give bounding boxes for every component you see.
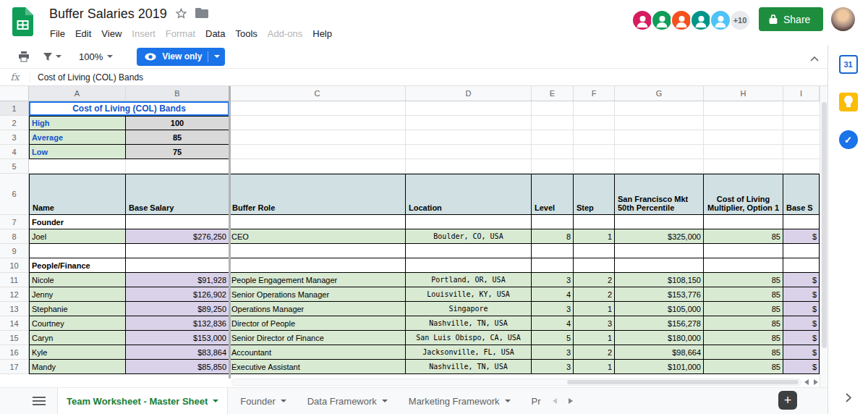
empty-cells[interactable]	[229, 159, 820, 174]
cell-section-label[interactable]: People/Finance	[29, 258, 126, 273]
cell-band-value[interactable]: 75	[126, 145, 229, 159]
cell-col-bands-title[interactable]: Cost of Living (COL) Bands	[29, 101, 229, 116]
star-icon[interactable]	[175, 7, 187, 22]
cell-band-value[interactable]: 100	[126, 116, 229, 130]
cell-name[interactable]: Courtney	[29, 316, 126, 331]
cell-location[interactable]: Nashville, TN, USA	[406, 360, 532, 374]
column-header-e[interactable]: E	[532, 86, 574, 101]
cell-empty[interactable]	[783, 244, 820, 258]
row-header[interactable]: 6	[0, 174, 29, 215]
row-header[interactable]: 7	[0, 215, 29, 229]
cell-role[interactable]: Accountant	[229, 345, 406, 360]
cell-base-salary[interactable]: $89,250	[126, 302, 229, 316]
cell-role[interactable]: Senior Director of Finance	[229, 331, 406, 345]
row-header[interactable]: 16	[0, 345, 29, 360]
cell-sf-percentile[interactable]: $180,000	[615, 331, 704, 345]
cell-empty[interactable]	[126, 215, 229, 229]
cell-empty[interactable]	[406, 244, 532, 258]
cell-name[interactable]: Caryn	[29, 331, 126, 345]
cell-empty[interactable]	[783, 258, 820, 273]
row-header[interactable]: 10	[0, 258, 29, 273]
menu-tools[interactable]: Tools	[230, 26, 262, 41]
frozen-columns-divider[interactable]	[229, 86, 231, 379]
cell-empty[interactable]	[574, 244, 615, 258]
cell-col-multiplier[interactable]: 85	[704, 302, 783, 316]
cell-location[interactable]: Portland, OR, USA	[406, 273, 532, 287]
cell-empty[interactable]	[704, 244, 783, 258]
empty-cells[interactable]	[229, 116, 820, 130]
formula-bar[interactable]: fx Cost of Living (COL) Bands	[0, 69, 827, 86]
sheet-tab[interactable]: Pr	[523, 388, 541, 414]
cell-empty[interactable]	[574, 258, 615, 273]
cell-location[interactable]: Nashville, TN, USA	[406, 316, 532, 331]
cell-col-multiplier[interactable]: 85	[704, 287, 783, 302]
cell-base-col[interactable]: $	[783, 331, 820, 345]
row-header[interactable]: 14	[0, 316, 29, 331]
scroll-left-icon[interactable]	[804, 379, 809, 385]
collaborator-avatar[interactable]	[631, 9, 653, 31]
cell-empty[interactable]	[532, 258, 574, 273]
collaborator-avatar[interactable]	[651, 9, 673, 31]
cell-base-col[interactable]: $	[783, 345, 820, 360]
cell-col-multiplier[interactable]: 85	[704, 273, 783, 287]
cell-empty[interactable]	[229, 215, 406, 229]
cell-band-label[interactable]: Low	[29, 145, 126, 159]
vertical-scrollbar[interactable]	[820, 86, 827, 387]
sheets-logo-icon[interactable]	[12, 7, 33, 38]
sheet-tab-active[interactable]: Team Worksheet - Master Sheet	[57, 388, 228, 414]
cell-band-value[interactable]: 85	[126, 130, 229, 145]
menu-edit[interactable]: Edit	[70, 26, 96, 41]
collaborator-avatar[interactable]	[671, 9, 692, 31]
cell-empty[interactable]	[229, 244, 406, 258]
row-header[interactable]: 9	[0, 244, 29, 258]
cell-empty[interactable]	[615, 215, 704, 229]
cell-step[interactable]: 3	[574, 316, 615, 331]
cell-role[interactable]: Senior Operations Manager	[229, 287, 406, 302]
horizontal-scrollbar[interactable]	[231, 379, 801, 386]
cell-base-salary[interactable]: $91,928	[126, 273, 229, 287]
cell-level[interactable]: 3	[532, 273, 574, 287]
cell-level[interactable]: 3	[532, 302, 574, 316]
cell-name[interactable]: Kyle	[29, 345, 126, 360]
cell-empty[interactable]	[704, 258, 783, 273]
tasks-icon[interactable]: ✓	[839, 130, 858, 149]
cell-level[interactable]: 4	[532, 316, 574, 331]
cell-level[interactable]: 5	[532, 331, 574, 345]
sheet-tab[interactable]: Founder	[231, 388, 294, 414]
cell-step[interactable]: 2	[574, 273, 615, 287]
cell-empty[interactable]	[126, 159, 229, 174]
chevron-down-icon[interactable]	[505, 400, 511, 402]
column-header-a[interactable]: A	[29, 86, 126, 101]
cell-base-col[interactable]: $	[783, 287, 820, 302]
cell-col-multiplier[interactable]: 85	[704, 316, 783, 331]
cell-role[interactable]: CEO	[229, 229, 406, 244]
cell-empty[interactable]	[406, 258, 532, 273]
view-only-button[interactable]: View only	[137, 48, 225, 66]
collapse-side-panel-button[interactable]	[846, 393, 851, 405]
menu-help[interactable]: Help	[307, 26, 337, 41]
header-location[interactable]: Location	[406, 174, 532, 215]
sheet-tab[interactable]: Marketing Framework	[400, 388, 519, 414]
cell-base-col[interactable]: $	[783, 273, 820, 287]
cell-level[interactable]: 3	[532, 360, 574, 374]
row-header[interactable]: 12	[0, 287, 29, 302]
empty-cells[interactable]	[229, 101, 820, 116]
cell-empty[interactable]	[532, 215, 574, 229]
empty-cells[interactable]	[229, 145, 820, 159]
scroll-tabs-right-icon[interactable]	[569, 398, 573, 404]
cell-sf-percentile[interactable]: $101,000	[615, 360, 704, 374]
cell-col-multiplier[interactable]: 85	[704, 345, 783, 360]
menu-data[interactable]: Data	[200, 26, 230, 41]
chevron-down-icon[interactable]	[213, 400, 218, 402]
menu-view[interactable]: View	[96, 26, 127, 41]
share-button[interactable]: Share	[759, 7, 823, 31]
presence-overflow-badge[interactable]: +10	[729, 9, 751, 31]
print-button[interactable]	[12, 48, 36, 65]
cell-empty[interactable]	[29, 159, 126, 174]
cell-band-label[interactable]: High	[29, 116, 126, 130]
row-header[interactable]: 2	[0, 116, 29, 130]
empty-cells[interactable]	[229, 130, 820, 145]
cell-step[interactable]: 1	[574, 302, 615, 316]
cell-name[interactable]: Mandy	[29, 360, 126, 374]
vertical-scrollbar-thumb[interactable]	[822, 102, 827, 348]
